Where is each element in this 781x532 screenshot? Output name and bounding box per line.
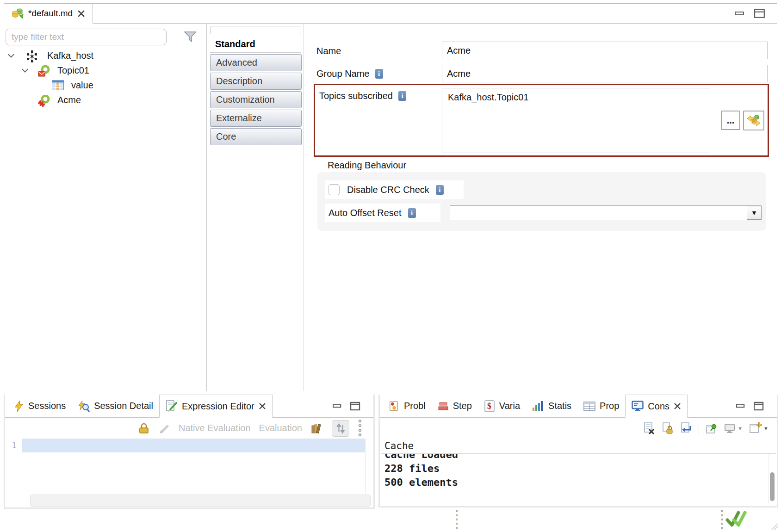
console-scrollbar[interactable] xyxy=(768,454,776,505)
browse-topics-button[interactable]: ... xyxy=(721,111,740,130)
tab-label: Probl xyxy=(404,401,426,411)
variables-icon: $ xyxy=(484,400,495,412)
tree-row-topic01[interactable]: Topic01 xyxy=(4,64,205,79)
disable-crc-checkbox[interactable] xyxy=(329,184,340,195)
minimize-icon[interactable] xyxy=(333,404,342,408)
editor-tab-title: *default.md xyxy=(28,8,73,19)
topics-subscribed-field[interactable]: Kafka_host.Topic01 xyxy=(442,88,710,153)
pen-icon[interactable] xyxy=(158,422,170,434)
sort-toggle-button[interactable] xyxy=(332,420,349,437)
tab-sessions[interactable]: Sessions xyxy=(8,395,72,417)
expression-editor-icon xyxy=(166,400,178,412)
topics-subscribed-value: Kafka_host.Topic01 xyxy=(448,92,529,102)
tab-properties[interactable]: Prop xyxy=(577,395,625,417)
form-section-tabs: Standard Advanced Description Customizat… xyxy=(207,24,304,391)
tab-description[interactable]: Description xyxy=(210,73,302,90)
native-evaluation-button[interactable]: Native Evaluation xyxy=(179,423,251,433)
tree-item-label: value xyxy=(71,80,93,91)
view-menu-icon[interactable] xyxy=(358,419,362,438)
tab-statistics[interactable]: Statis xyxy=(526,395,577,417)
tab-label: Statis xyxy=(548,401,571,411)
disable-crc-label: Disable CRC Check i xyxy=(347,185,444,195)
maximize-icon[interactable] xyxy=(350,402,360,411)
lightning-icon xyxy=(14,400,24,412)
chevron-down-icon[interactable] xyxy=(21,68,29,73)
consumer-icon xyxy=(38,95,50,107)
tab-label: Advanced xyxy=(216,57,257,68)
name-field[interactable] xyxy=(442,42,768,59)
auto-offset-reset-combo[interactable]: ▼ xyxy=(450,205,762,220)
console-output[interactable]: Cache Loaded 228 files 500 elements xyxy=(381,453,776,506)
bottom-left-tabs: Sessions Session Detail xyxy=(5,395,373,418)
minimize-icon[interactable] xyxy=(735,11,745,16)
tab-standard[interactable]: Standard xyxy=(210,36,301,53)
expression-editor-area[interactable]: 1 xyxy=(5,439,373,494)
console-panel: Probl Step $ Varia xyxy=(378,395,778,507)
reading-behaviour-title: Reading Behaviour xyxy=(328,160,406,171)
word-wrap-icon[interactable] xyxy=(680,422,692,434)
tab-customization[interactable]: Customization xyxy=(210,91,302,108)
sync-topics-button[interactable] xyxy=(743,111,764,130)
selected-line[interactable] xyxy=(22,439,365,452)
tab-close-icon[interactable] xyxy=(259,402,266,410)
metadata-tree: Kafka_host Topic01 xyxy=(4,49,205,108)
tree-item-label: Acme xyxy=(57,95,81,105)
tab-label: Expression Editor xyxy=(182,401,254,412)
tab-label: Cons xyxy=(648,401,669,412)
tab-advanced[interactable]: Advanced xyxy=(210,54,302,71)
name-label: Name xyxy=(316,46,341,56)
application-window: *default.md xyxy=(0,0,781,532)
chevron-down-icon: ▼ xyxy=(763,426,769,431)
editor-tab-close-icon[interactable] xyxy=(77,10,85,18)
resize-grip-icon[interactable] xyxy=(770,522,778,530)
info-icon: i xyxy=(398,91,406,101)
editor-vscrollbar[interactable] xyxy=(365,439,366,494)
tab-steps[interactable]: Step xyxy=(432,395,478,417)
metadata-file-icon xyxy=(12,8,24,19)
editor-hscrollbar[interactable] xyxy=(30,495,371,507)
pin-console-icon[interactable] xyxy=(706,422,718,434)
tab-label: Description xyxy=(216,76,262,87)
tab-variables[interactable]: $ Varia xyxy=(478,395,526,417)
tree-row-acme[interactable]: Acme xyxy=(4,93,205,108)
reading-behaviour-group: Disable CRC Check i Auto Offset Reset i … xyxy=(317,172,766,231)
scrollbar-thumb[interactable] xyxy=(770,472,775,501)
chevron-down-icon[interactable]: ▼ xyxy=(747,206,762,220)
tab-label: Sessions xyxy=(28,401,66,411)
scroll-lock-icon[interactable] xyxy=(662,422,674,434)
divider xyxy=(699,422,699,435)
tab-externalize[interactable]: Externalize xyxy=(210,110,302,127)
group-name-field[interactable] xyxy=(442,65,768,82)
cluster-icon xyxy=(27,50,37,62)
tree-filter-input[interactable] xyxy=(6,29,167,45)
maximize-icon[interactable] xyxy=(754,402,764,411)
evaluation-button[interactable]: Evaluation xyxy=(259,423,302,433)
tree-row-value[interactable]: value xyxy=(4,79,205,93)
lock-icon[interactable] xyxy=(138,422,150,434)
display-console-icon[interactable]: ▼ xyxy=(724,423,743,434)
tab-label: Varia xyxy=(499,401,520,411)
chevron-down-icon[interactable] xyxy=(7,53,15,58)
tab-expression-editor[interactable]: Expression Editor xyxy=(159,395,273,418)
topic-icon xyxy=(38,65,50,77)
sync-topics-icon xyxy=(747,114,761,128)
open-console-icon[interactable]: ▼ xyxy=(749,422,769,434)
filter-funnel-icon[interactable] xyxy=(183,29,200,45)
tab-session-detail[interactable]: Session Detail xyxy=(72,395,159,417)
editor-tab-default-md[interactable]: *default.md xyxy=(4,4,93,24)
properties-icon xyxy=(583,401,595,411)
lightning-magnifier-icon xyxy=(78,400,90,412)
maximize-icon[interactable] xyxy=(754,8,765,19)
status-divider-dots xyxy=(721,510,723,531)
minimize-icon[interactable] xyxy=(736,404,745,408)
tree-row-kafka-host[interactable]: Kafka_host xyxy=(4,49,205,64)
tab-close-icon[interactable] xyxy=(674,402,681,410)
tab-core[interactable]: Core xyxy=(210,128,302,145)
console-icon xyxy=(632,401,644,412)
problems-icon xyxy=(389,400,400,412)
tab-console[interactable]: Cons xyxy=(625,395,688,418)
tab-problems[interactable]: Probl xyxy=(383,395,432,417)
line-number: 1 xyxy=(12,440,17,450)
clear-console-icon[interactable] xyxy=(643,422,655,434)
library-books-icon[interactable] xyxy=(310,422,323,434)
